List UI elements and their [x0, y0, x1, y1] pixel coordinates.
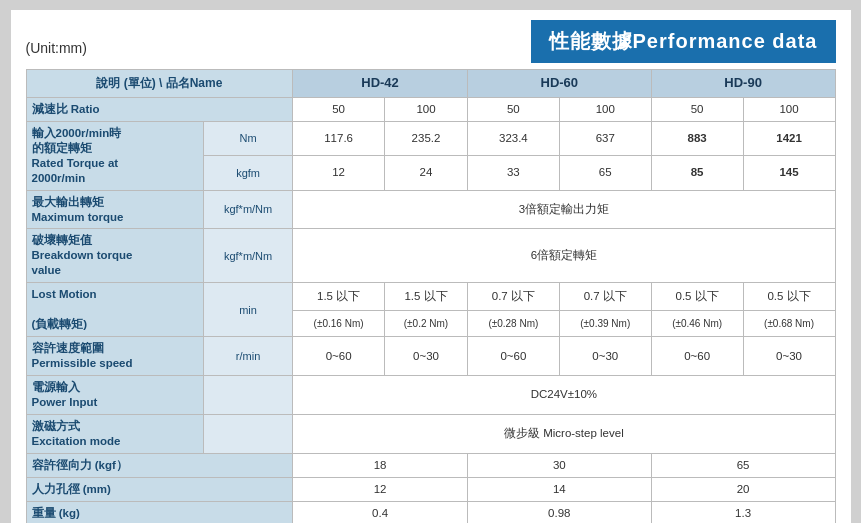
unit-label: (Unit:mm): [26, 20, 87, 56]
ratio-label: 減速比 Ratio: [26, 97, 293, 121]
weight-hd60: 0.98: [467, 501, 651, 523]
torque-nm-row: 輸入2000r/min時的額定轉矩Rated Torque at2000r/mi…: [26, 121, 835, 155]
lm-sub-hd42-100: (±0.2 Nm): [385, 311, 468, 337]
max-torque-row: 最大輸出轉矩Maximum torque kgf*m/Nm 3倍額定輸出力矩: [26, 190, 835, 229]
ps-hd42-100: 0~30: [385, 337, 468, 376]
ratio-hd90-100: 100: [743, 97, 835, 121]
torque-label: 輸入2000r/min時的額定轉矩Rated Torque at2000r/mi…: [26, 121, 203, 190]
max-torque-label: 最大輸出轉矩Maximum torque: [26, 190, 203, 229]
excitation-unit: [203, 414, 292, 453]
ratio-row: 減速比 Ratio 50 100 50 100 50 100: [26, 97, 835, 121]
weight-hd42: 0.4: [293, 501, 468, 523]
ratio-hd60-100: 100: [559, 97, 651, 121]
ratio-hd42-100: 100: [385, 97, 468, 121]
lost-motion-row: Lost Motion(負載轉矩) min 1.5 以下 1.5 以下 0.7 …: [26, 283, 835, 311]
power-input-label: 電源輸入Power Input: [26, 375, 203, 414]
radial-force-label: 容許徑向力 (kgf）: [26, 453, 293, 477]
breakdown-torque-label: 破壞轉矩值Breakdown torquevalue: [26, 229, 203, 283]
torque-kgfm-unit: kgfm: [203, 156, 292, 190]
torque-nm-hd90-100: 1421: [743, 121, 835, 155]
bore-hd42: 12: [293, 477, 468, 501]
rf-hd42: 18: [293, 453, 468, 477]
lm-sub-hd90-50: (±0.46 Nm): [651, 311, 743, 337]
lm-hd90-50: 0.5 以下: [651, 283, 743, 311]
torque-kgfm-hd42-100: 24: [385, 156, 468, 190]
bore-row: 人力孔徑 (mm) 12 14 20: [26, 477, 835, 501]
lost-motion-label: Lost Motion(負載轉矩): [26, 283, 203, 337]
torque-nm-hd42-100: 235.2: [385, 121, 468, 155]
torque-kgfm-hd90-100: 145: [743, 156, 835, 190]
torque-kgfm-hd60-50: 33: [467, 156, 559, 190]
model-hd60: HD-60: [467, 70, 651, 98]
torque-kgfm-hd60-100: 65: [559, 156, 651, 190]
ps-hd90-50: 0~60: [651, 337, 743, 376]
ratio-hd90-50: 50: [651, 97, 743, 121]
power-input-row: 電源輸入Power Input DC24V±10%: [26, 375, 835, 414]
power-input-value: DC24V±10%: [293, 375, 835, 414]
rf-hd60: 30: [467, 453, 651, 477]
ps-hd42-50: 0~60: [293, 337, 385, 376]
lm-hd60-100: 0.7 以下: [559, 283, 651, 311]
ps-hd90-100: 0~30: [743, 337, 835, 376]
lm-sub-hd60-50: (±0.28 Nm): [467, 311, 559, 337]
power-input-unit: [203, 375, 292, 414]
weight-hd90: 1.3: [651, 501, 835, 523]
ps-hd60-100: 0~30: [559, 337, 651, 376]
header-row: (Unit:mm) 性能數據Performance data: [26, 20, 836, 63]
excitation-value: 微步級 Micro-step level: [293, 414, 835, 453]
ratio-hd60-50: 50: [467, 97, 559, 121]
excitation-row: 激磁方式Excitation mode 微步級 Micro-step level: [26, 414, 835, 453]
rf-hd90: 65: [651, 453, 835, 477]
weight-row: 重量 (kg) 0.4 0.98 1.3: [26, 501, 835, 523]
breakdown-torque-unit: kgf*m/Nm: [203, 229, 292, 283]
torque-nm-hd60-50: 323.4: [467, 121, 559, 155]
bore-label: 人力孔徑 (mm): [26, 477, 293, 501]
ratio-hd42-50: 50: [293, 97, 385, 121]
desc-header: 說明 (單位) \ 品名Name: [26, 70, 293, 98]
lm-sub-hd90-100: (±0.68 Nm): [743, 311, 835, 337]
lost-motion-unit: min: [203, 283, 292, 337]
lm-hd42-100: 1.5 以下: [385, 283, 468, 311]
lm-sub-hd42-50: (±0.16 Nm): [293, 311, 385, 337]
torque-kgfm-hd90-50: 85: [651, 156, 743, 190]
lm-hd42-50: 1.5 以下: [293, 283, 385, 311]
ps-hd60-50: 0~60: [467, 337, 559, 376]
torque-nm-hd90-50: 883: [651, 121, 743, 155]
perm-speed-unit: r/min: [203, 337, 292, 376]
perm-speed-row: 容許速度範圍Permissible speed r/min 0~60 0~30 …: [26, 337, 835, 376]
radial-force-row: 容許徑向力 (kgf） 18 30 65: [26, 453, 835, 477]
model-hd90: HD-90: [651, 70, 835, 98]
breakdown-torque-row: 破壞轉矩值Breakdown torquevalue kgf*m/Nm 6倍額定…: [26, 229, 835, 283]
page-container: (Unit:mm) 性能數據Performance data 說明 (單位) \…: [11, 10, 851, 523]
model-hd42: HD-42: [293, 70, 468, 98]
torque-kgfm-hd42-50: 12: [293, 156, 385, 190]
bore-hd60: 14: [467, 477, 651, 501]
lm-hd90-100: 0.5 以下: [743, 283, 835, 311]
max-torque-value: 3倍額定輸出力矩: [293, 190, 835, 229]
page-title: 性能數據Performance data: [531, 20, 836, 63]
weight-label: 重量 (kg): [26, 501, 293, 523]
excitation-label: 激磁方式Excitation mode: [26, 414, 203, 453]
torque-nm-hd60-100: 637: [559, 121, 651, 155]
breakdown-torque-value: 6倍額定轉矩: [293, 229, 835, 283]
max-torque-unit: kgf*m/Nm: [203, 190, 292, 229]
lm-hd60-50: 0.7 以下: [467, 283, 559, 311]
bore-hd90: 20: [651, 477, 835, 501]
torque-nm-hd42-50: 117.6: [293, 121, 385, 155]
lm-sub-hd60-100: (±0.39 Nm): [559, 311, 651, 337]
perm-speed-label: 容許速度範圍Permissible speed: [26, 337, 203, 376]
torque-nm-unit: Nm: [203, 121, 292, 155]
performance-table: 說明 (單位) \ 品名Name HD-42 HD-60 HD-90 減速比 R…: [26, 69, 836, 523]
